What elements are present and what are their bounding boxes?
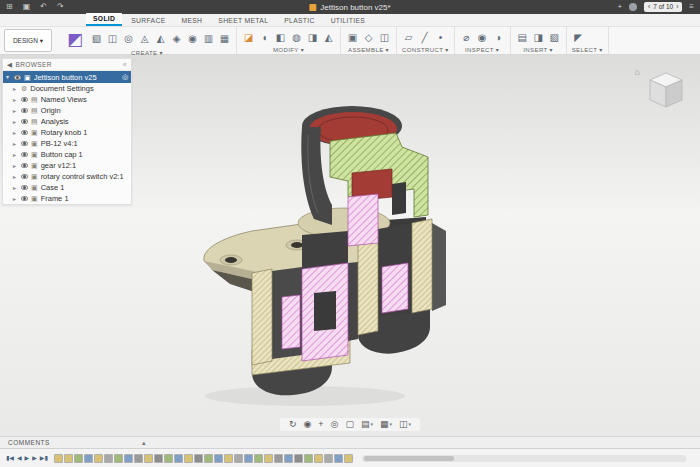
component-feature[interactable] <box>344 454 353 463</box>
zoom-icon[interactable]: ◎ <box>331 420 339 429</box>
visibility-eye-icon[interactable] <box>21 185 28 190</box>
revolve-feature[interactable] <box>214 454 223 463</box>
expand-icon[interactable]: ▸ <box>13 97 18 103</box>
activate-radio-icon[interactable]: ◎ <box>122 73 128 81</box>
fit-icon[interactable]: ▢ <box>345 420 354 429</box>
revolve-icon[interactable]: ◭ <box>154 33 167 46</box>
browser-item-rotary-control-switch-v2-1[interactable]: ▸▣rotary control switch v2:1 <box>3 171 131 182</box>
extrude-icon[interactable]: ◬ <box>138 33 151 46</box>
extrude-feature[interactable] <box>284 454 293 463</box>
cylinder-icon[interactable]: ◫ <box>106 33 119 46</box>
toolbar-group-label-select[interactable]: SELECT ▾ <box>572 46 603 53</box>
component-feature[interactable] <box>54 454 63 463</box>
visibility-eye-icon[interactable] <box>21 141 28 146</box>
insert-derive-icon[interactable]: ▤ <box>516 31 529 44</box>
browser-item-rotary-knob-1[interactable]: ▸▣Rotary knob 1 <box>3 127 131 138</box>
component-feature[interactable] <box>264 454 273 463</box>
tab-sheet-metal[interactable]: SHEET METAL <box>211 15 275 26</box>
toolbar-group-label-construct[interactable]: CONSTRUCT ▾ <box>402 46 449 53</box>
joint-feature[interactable] <box>104 454 113 463</box>
step-back-button[interactable]: ◀ <box>17 455 22 461</box>
sketch-feature[interactable] <box>114 454 123 463</box>
toolbar-group-label-insert[interactable]: INSERT ▾ <box>516 46 561 53</box>
fillet-feature[interactable] <box>274 454 283 463</box>
sketch-feature[interactable] <box>74 454 83 463</box>
visibility-eye-icon[interactable] <box>14 75 21 80</box>
thread-icon[interactable]: ▥ <box>202 33 215 46</box>
play-button[interactable]: ▶ <box>25 455 30 461</box>
component-feature[interactable] <box>64 454 73 463</box>
viewport-canvas[interactable]: ⌂ ◀ BROWSER « ▾ ▣ Jettison button v25 ◎ … <box>0 55 700 436</box>
pattern-icon[interactable]: ▦ <box>218 33 231 46</box>
comments-expand-icon[interactable]: ▴ <box>142 439 146 447</box>
toolbar-group-label-modify[interactable]: MODIFY ▾ <box>242 46 335 53</box>
tab-plastic[interactable]: PLASTIC <box>277 15 321 26</box>
split-body-icon[interactable]: ◭ <box>322 31 335 44</box>
expand-icon[interactable]: ▸ <box>13 108 18 114</box>
axis-icon[interactable]: ╱ <box>418 31 431 44</box>
browser-item-pb-12-v4-1[interactable]: ▸▣PB-12 v4:1 <box>3 138 131 149</box>
press-pull-icon[interactable]: ◪ <box>242 31 255 44</box>
save-icon[interactable]: ▣ <box>23 3 31 11</box>
tab-utilities[interactable]: UTILITIES <box>324 15 372 26</box>
hole-feature[interactable] <box>294 454 303 463</box>
browser-chevron-icon[interactable]: « <box>123 61 127 68</box>
undo-icon[interactable]: ↶ <box>40 3 47 11</box>
browser-item-frame-1[interactable]: ▸▣Frame 1 <box>3 193 131 204</box>
hole-icon[interactable]: ◉ <box>186 33 199 46</box>
expand-icon[interactable]: ▸ <box>13 163 18 169</box>
prev-icon[interactable]: ‹ <box>648 3 650 11</box>
extrude-feature[interactable] <box>124 454 133 463</box>
browser-item-analysis[interactable]: ▸▤Analysis <box>3 116 131 127</box>
grid-settings-icon[interactable]: ▦▾ <box>380 420 392 429</box>
sweep-icon[interactable]: ◈ <box>170 33 183 46</box>
section-analysis-icon[interactable]: ◑ <box>492 31 505 44</box>
menu-icon[interactable]: ≡ <box>689 3 694 11</box>
extrude-feature[interactable] <box>84 454 93 463</box>
expand-icon[interactable]: ▸ <box>13 174 18 180</box>
pattern-feature[interactable] <box>194 454 203 463</box>
toolbar-group-label-assemble[interactable]: ASSEMBLE ▾ <box>346 46 391 53</box>
select-icon[interactable]: ◤ <box>572 31 585 44</box>
offset-plane-icon[interactable]: ▱ <box>402 31 415 44</box>
tab-solid[interactable]: SOLID <box>86 13 122 26</box>
expand-icon[interactable]: ▸ <box>13 130 18 136</box>
sketch-feature[interactable] <box>254 454 263 463</box>
fillet-feature[interactable] <box>134 454 143 463</box>
expand-icon[interactable]: ▸ <box>13 141 18 147</box>
home-view-icon[interactable]: ⌂ <box>635 67 640 77</box>
component-feature[interactable] <box>224 454 233 463</box>
browser-item-case-1[interactable]: ▸▣Case 1 <box>3 182 131 193</box>
workspace-selector[interactable]: DESIGN ▾ <box>4 29 52 52</box>
application-menu-icon[interactable]: ⊞ <box>6 3 13 11</box>
avatar[interactable] <box>629 3 637 11</box>
visibility-eye-icon[interactable] <box>21 152 28 157</box>
visibility-eye-icon[interactable] <box>21 196 28 201</box>
display-settings-icon[interactable]: ▤▾ <box>361 420 373 429</box>
sphere-icon[interactable]: ◎ <box>122 33 135 46</box>
component-feature[interactable] <box>94 454 103 463</box>
visibility-eye-icon[interactable] <box>21 130 28 135</box>
point-icon[interactable]: • <box>434 31 447 44</box>
redo-icon[interactable]: ↷ <box>57 3 64 11</box>
step-forward-button[interactable]: ▶ <box>32 455 37 461</box>
measure-icon[interactable]: ⌀ <box>460 31 473 44</box>
expand-icon[interactable]: ▸ <box>13 119 18 125</box>
browser-item-button-cap-1[interactable]: ▸▣Button cap 1 <box>3 149 131 160</box>
rigid-group-icon[interactable]: ◫ <box>378 31 391 44</box>
shell-icon[interactable]: ◧ <box>274 31 287 44</box>
extrude-feature[interactable] <box>334 454 343 463</box>
decal-icon[interactable]: ◨ <box>532 31 545 44</box>
browser-item-named-views[interactable]: ▸▤Named Views <box>3 94 131 105</box>
joint-feature[interactable] <box>234 454 243 463</box>
new-component-icon[interactable]: ▣ <box>346 31 359 44</box>
version-counter[interactable]: ‹ 7 of 10 › <box>644 2 682 12</box>
visibility-eye-icon[interactable] <box>21 163 28 168</box>
joint-icon[interactable]: ◇ <box>362 31 375 44</box>
browser-item-root[interactable]: ▾ ▣ Jettison button v25 ◎ <box>3 71 131 83</box>
expand-icon[interactable]: ▾ <box>6 74 11 80</box>
sketch-feature[interactable] <box>204 454 213 463</box>
visibility-eye-icon[interactable] <box>21 174 28 179</box>
tab-mesh[interactable]: MESH <box>174 15 209 26</box>
browser-item-gear-v12-1[interactable]: ▸▣gear v12:1 <box>3 160 131 171</box>
